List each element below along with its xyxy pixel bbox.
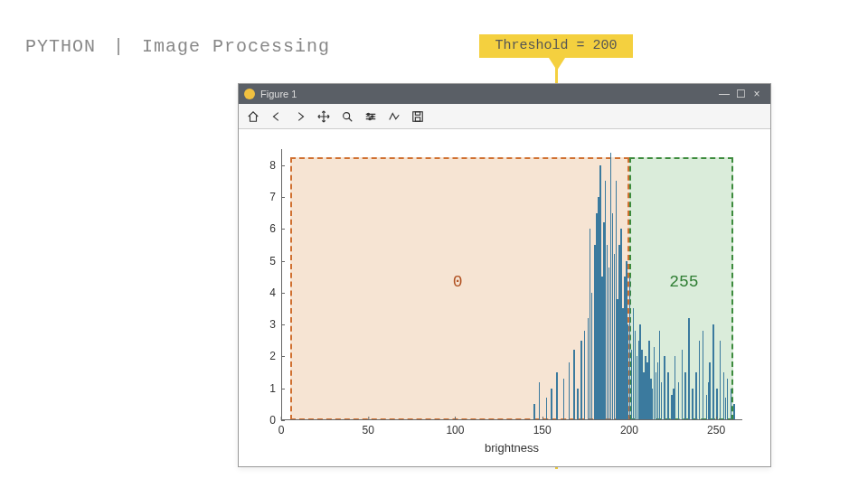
header-separator: |: [113, 36, 125, 57]
pan-icon[interactable]: [315, 108, 333, 126]
header-left: PYTHON: [25, 36, 96, 57]
threshold-label: Threshold = 200: [495, 38, 617, 53]
forward-icon[interactable]: [291, 108, 309, 126]
maximize-button[interactable]: ☐: [732, 88, 749, 100]
chart-axes: 0 255 012345678 050100150200250 brightne…: [281, 149, 742, 420]
close-button[interactable]: ×: [749, 88, 765, 100]
svg-rect-6: [415, 117, 420, 120]
svg-rect-4: [413, 111, 423, 121]
svg-point-2: [372, 115, 373, 117]
x-tick: 200: [620, 420, 638, 436]
y-tick: 4: [269, 286, 281, 299]
svg-point-0: [344, 112, 350, 118]
x-tick: 50: [363, 420, 374, 436]
app-icon: [244, 89, 255, 99]
figure-window: Figure 1 — ☐ × 0 255 012345678 050100150…: [238, 83, 771, 467]
svg-point-1: [367, 113, 369, 115]
configure-subplots-icon[interactable]: [362, 108, 380, 126]
back-icon[interactable]: [268, 108, 286, 126]
page-header: PYTHON | Image Processing: [25, 36, 330, 57]
axes-border: [281, 149, 742, 420]
plot-area: 0 255 012345678 050100150200250 brightne…: [250, 140, 760, 455]
x-tick: 0: [278, 420, 285, 436]
y-tick: 5: [269, 255, 281, 267]
x-tick: 100: [446, 420, 464, 436]
matplotlib-toolbar: [239, 104, 770, 129]
x-tick: 250: [707, 420, 725, 436]
header-right: Image Processing: [142, 36, 330, 57]
x-axis-label: brightness: [485, 441, 539, 455]
y-tick: 7: [269, 191, 281, 203]
svg-rect-5: [415, 111, 420, 115]
zoom-icon[interactable]: [338, 108, 356, 126]
y-tick: 8: [269, 159, 281, 172]
y-tick: 3: [269, 318, 281, 331]
x-tick: 150: [533, 420, 552, 436]
svg-point-3: [369, 117, 371, 119]
minimize-button[interactable]: —: [716, 88, 732, 100]
threshold-callout: Threshold = 200: [479, 34, 633, 58]
window-title: Figure 1: [260, 89, 297, 99]
edit-icon[interactable]: [385, 108, 403, 126]
y-tick: 1: [269, 382, 281, 395]
window-title-bar[interactable]: Figure 1 — ☐ ×: [239, 84, 770, 104]
y-tick: 6: [269, 222, 281, 235]
save-icon[interactable]: [409, 108, 427, 126]
home-icon[interactable]: [244, 108, 262, 126]
y-tick: 2: [269, 350, 281, 362]
